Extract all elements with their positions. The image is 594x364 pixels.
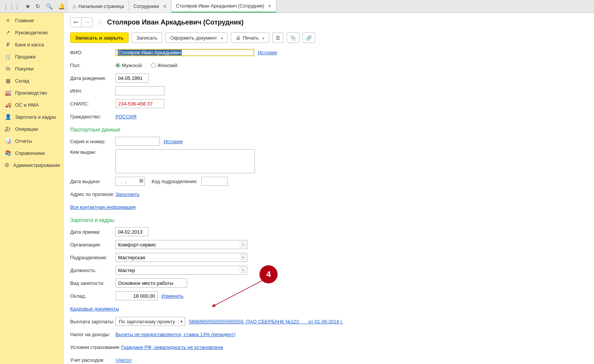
close-icon[interactable]: ✕ (163, 4, 167, 9)
all-contacts-link[interactable]: Вся контактная информация (70, 204, 135, 210)
sidebar-item-6[interactable]: 🏭Производство (0, 87, 63, 99)
topbar-icon-group: ⋮⋮⋮ ★ ↻ 🔍 🔔 (0, 0, 68, 12)
print-button[interactable]: 🖨Печать (231, 32, 270, 43)
dept-code-label: Код подразделения: (152, 179, 198, 184)
passport-section-header: Паспортные данные (70, 127, 587, 133)
tab-employees[interactable]: Сотрудники✕ (129, 0, 172, 12)
attachment-button[interactable]: 📎 (287, 32, 299, 43)
sidebar-item-8[interactable]: 👤Зарплата и кадры (0, 111, 63, 123)
fio-input[interactable]: Столяров Иван Аркадьевич (115, 49, 254, 56)
income-tax-label: Налог на доходы: (70, 332, 115, 337)
nav-label: Покупки (15, 66, 34, 72)
nav-icon: ↗ (5, 29, 11, 35)
nav-label: Банк и касса (15, 42, 44, 47)
insurance-label: Условия страхования: (70, 344, 121, 350)
series-label: Серия и номер: (70, 139, 115, 144)
salary-label: Оклад: (70, 293, 115, 299)
income-tax-link[interactable]: Вычеты не предоставляются, ставка 13% (р… (115, 332, 235, 337)
sidebar-item-2[interactable]: ₽Банк и касса (0, 38, 63, 50)
tab-strip: Начальная страница Сотрудники✕ Столяров … (68, 0, 276, 12)
nav-icon: ≡ (5, 17, 11, 23)
hr-docs-link[interactable]: Кадровые документы (70, 306, 119, 312)
radio-female[interactable]: Женский (151, 63, 177, 68)
issued-by-input[interactable] (115, 149, 255, 173)
fio-history-link[interactable]: История (258, 50, 277, 55)
issue-date-field[interactable] (115, 177, 145, 186)
position-field[interactable] (115, 266, 247, 275)
save-button[interactable]: Записать (132, 32, 163, 43)
issued-by-label: Кем выдан: (70, 149, 115, 155)
sidebar-item-9[interactable]: ДтОперации (0, 123, 63, 135)
radio-dot-icon (115, 63, 120, 68)
search-icon[interactable]: 🔍 (46, 3, 53, 10)
inn-input[interactable] (115, 86, 164, 95)
nav-icon: 🚚 (5, 102, 11, 108)
nav-icon: ▦ (5, 78, 11, 84)
favorite-star-icon[interactable]: ☆ (97, 18, 103, 27)
sidebar-item-5[interactable]: ▦Склад (0, 75, 63, 87)
tab-home[interactable]: Начальная страница (68, 0, 129, 12)
issue-document-button[interactable]: Оформить документ (165, 32, 227, 43)
sidebar-item-12[interactable]: ⚙Администрирование (0, 159, 63, 171)
close-icon[interactable]: ✕ (268, 3, 272, 9)
org-input[interactable]: ↳ (115, 240, 247, 249)
sidebar-item-10[interactable]: 📊Отчеты (0, 135, 63, 147)
radio-male[interactable]: Мужской (115, 63, 142, 68)
nav-label: Зарплата и кадры (15, 114, 56, 120)
series-input[interactable] (115, 137, 160, 146)
bell-icon[interactable]: 🔔 (58, 3, 65, 10)
sidebar-item-11[interactable]: 📚Справочники (0, 147, 63, 159)
open-ref-icon[interactable]: ↳ (240, 241, 246, 247)
star-icon[interactable]: ★ (25, 3, 30, 10)
back-button[interactable]: 🠔 (70, 17, 81, 27)
sidebar-item-3[interactable]: 🛒Продажи (0, 50, 63, 63)
fio-label: ФИО: (70, 50, 115, 55)
open-ref-icon[interactable]: ↳ (240, 254, 246, 260)
nav-icon: 👤 (5, 114, 11, 120)
tab-employee-card[interactable]: Столяров Иван Аркадьевич (Сотрудник)✕ (172, 0, 277, 12)
dept-code-input[interactable] (201, 177, 228, 186)
insurance-link[interactable]: Граждане РФ; инвалидность не установлена (121, 344, 223, 350)
issue-date-input[interactable]: ▦ (115, 177, 145, 186)
list-button[interactable]: ☰ (272, 32, 284, 43)
top-bar: ⋮⋮⋮ ★ ↻ 🔍 🔔 Начальная страница Сотрудник… (0, 0, 594, 13)
accounting-link[interactable]: <Авто> (115, 357, 132, 363)
apps-icon[interactable]: ⋮⋮⋮ (3, 3, 20, 10)
radio-female-label: Женский (157, 63, 177, 68)
issue-date-label: Дата выдачи: (70, 179, 115, 184)
chevron-down-icon (261, 35, 264, 41)
sidebar-item-1[interactable]: ↗Руководителю (0, 26, 63, 38)
position-input[interactable]: ↳ (115, 266, 247, 275)
link-button[interactable]: 🔗 (302, 32, 315, 43)
tab-employee-card-label: Столяров Иван Аркадьевич (Сотрудник) (176, 3, 264, 9)
sidebar-item-7[interactable]: 🚚ОС и НМА (0, 99, 63, 111)
chevron-down-icon[interactable]: ▼ (178, 320, 185, 324)
forward-button[interactable]: 🠖 (81, 17, 93, 27)
save-close-button[interactable]: Записать и закрыть (70, 32, 129, 43)
nav-label: Главное (15, 18, 34, 23)
history-icon[interactable]: ↻ (35, 3, 40, 10)
issue-document-label: Оформить документ (170, 35, 217, 41)
org-label: Организация: (70, 242, 115, 248)
hire-date-input[interactable] (115, 227, 149, 236)
change-salary-link[interactable]: Изменить (161, 293, 184, 299)
open-ref-icon[interactable]: ↳ (240, 267, 246, 273)
dept-input[interactable]: ↳ (115, 253, 247, 262)
fill-address-link[interactable]: Заполнить (115, 191, 140, 197)
pay-method-combo[interactable]: По зарплатному проекту▼ (115, 317, 185, 326)
inn-label: ИНН: (70, 88, 115, 94)
position-label: Должность: (70, 268, 115, 273)
dept-field[interactable] (115, 253, 247, 262)
emp-type-label: Вид занятости: (70, 280, 115, 286)
citizenship-link[interactable]: РОССИЯ (115, 114, 137, 119)
dob-input[interactable] (115, 73, 149, 83)
sidebar-item-0[interactable]: ≡Главное (0, 14, 63, 26)
salary-input[interactable] (115, 291, 158, 300)
pay-project-link[interactable]: 56666655555555555555, ПАО СБЕРБАНК №123 … (189, 319, 343, 324)
emp-type-input[interactable] (115, 278, 187, 288)
org-field[interactable] (115, 240, 247, 249)
fio-value: Столяров Иван Аркадьевич (118, 50, 182, 55)
series-history-link[interactable]: История (164, 139, 183, 144)
snils-input[interactable] (115, 99, 164, 108)
sidebar-item-4[interactable]: 🛍Покупки (0, 63, 63, 75)
